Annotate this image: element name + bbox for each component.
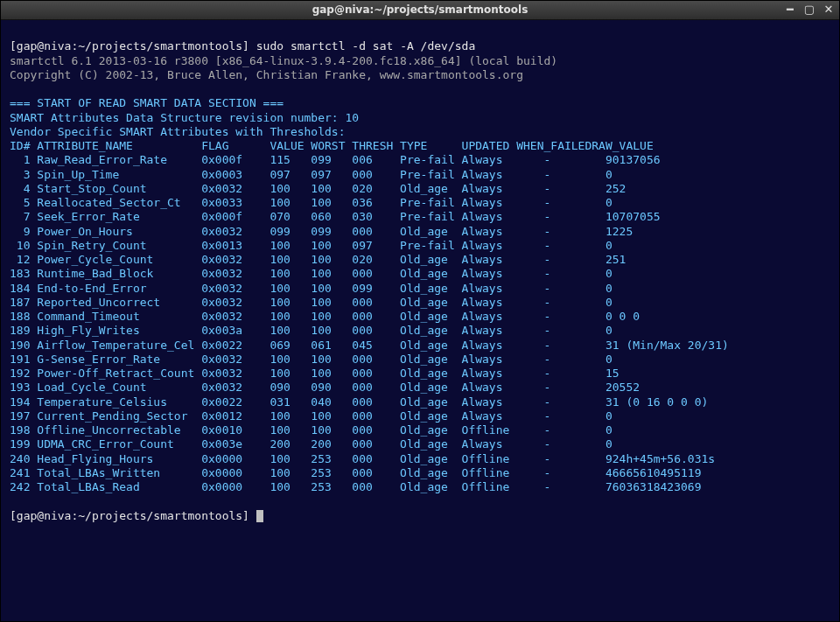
terminal-window: gap@niva:~/projects/smartmontools ━ ▢ ✕ …: [0, 0, 840, 622]
table-row: 194 Temperature_Celsius 0x0022 031 040 0…: [10, 395, 708, 409]
table-row: 3 Spin_Up_Time 0x0003 097 097 000 Pre-fa…: [10, 168, 612, 181]
table-row: 191 G-Sense_Error_Rate 0x0032 100 100 00…: [10, 353, 612, 366]
table-row: 241 Total_LBAs_Written 0x0000 100 253 00…: [10, 466, 702, 479]
shell-prompt-2: [gap@niva:~/projects/smartmontools]: [10, 509, 249, 522]
cursor-block: [256, 510, 263, 522]
table-row: 197 Current_Pending_Sector 0x0012 100 10…: [10, 409, 612, 423]
vendor-line: Vendor Specific SMART Attributes with Th…: [10, 125, 346, 138]
shell-prompt: [gap@niva:~/projects/smartmontools]: [10, 39, 249, 52]
table-row: 199 UDMA_CRC_Error_Count 0x003e 200 200 …: [10, 437, 612, 451]
table-row: 10 Spin_Retry_Count 0x0013 100 100 097 P…: [10, 239, 612, 252]
close-icon[interactable]: ✕: [822, 3, 836, 17]
table-row: 187 Reported_Uncorrect 0x0032 100 100 00…: [10, 296, 612, 309]
table-row: 193 Load_Cycle_Count 0x0032 090 090 000 …: [10, 381, 640, 394]
copyright-line: Copyright (C) 2002-13, Bruce Allen, Chri…: [10, 68, 523, 81]
terminal-output[interactable]: [gap@niva:~/projects/smartmontools] sudo…: [1, 20, 839, 621]
version-line: smartctl 6.1 2013-03-16 r3800 [x86_64-li…: [10, 54, 557, 67]
command-line: sudo smartctl -d sat -A /dev/sda: [256, 39, 475, 52]
table-row: 183 Runtime_Bad_Block 0x0032 100 100 000…: [10, 267, 612, 280]
table-row: 9 Power_On_Hours 0x0032 099 099 000 Old_…: [10, 225, 633, 238]
table-row: 190 Airflow_Temperature_Cel 0x0022 069 0…: [10, 339, 729, 352]
minimize-icon[interactable]: ━: [783, 3, 797, 17]
table-row: 184 End-to-End_Error 0x0032 100 100 099 …: [10, 282, 612, 295]
section-header: === START OF READ SMART DATA SECTION ===: [10, 96, 284, 109]
table-row: 7 Seek_Error_Rate 0x000f 070 060 030 Pre…: [10, 210, 661, 223]
window-title: gap@niva:~/projects/smartmontools: [312, 3, 528, 17]
revision-line: SMART Attributes Data Structure revision…: [10, 111, 359, 124]
table-row: 4 Start_Stop_Count 0x0032 100 100 020 Ol…: [10, 182, 626, 195]
maximize-icon[interactable]: ▢: [802, 3, 816, 17]
table-row: 1 Raw_Read_Error_Rate 0x000f 115 099 006…: [10, 153, 661, 166]
table-row: 12 Power_Cycle_Count 0x0032 100 100 020 …: [10, 253, 626, 266]
table-row: 192 Power-Off_Retract_Count 0x0032 100 1…: [10, 367, 620, 380]
table-row: 5 Reallocated_Sector_Ct 0x0033 100 100 0…: [10, 196, 612, 209]
attributes-table-body: 1 Raw_Read_Error_Rate 0x000f 115 099 006…: [10, 153, 729, 493]
table-row: 240 Head_Flying_Hours 0x0000 100 253 000…: [10, 452, 715, 465]
table-row: 188 Command_Timeout 0x0032 100 100 000 O…: [10, 310, 640, 323]
column-header-row: ID# ATTRIBUTE_NAME FLAG VALUE WORST THRE…: [10, 139, 654, 152]
window-titlebar[interactable]: gap@niva:~/projects/smartmontools ━ ▢ ✕: [1, 1, 839, 20]
table-row: 198 Offline_Uncorrectable 0x0010 100 100…: [10, 423, 612, 437]
window-controls: ━ ▢ ✕: [783, 3, 836, 17]
table-row: 189 High_Fly_Writes 0x003a 100 100 000 O…: [10, 324, 612, 337]
table-row: 242 Total_LBAs_Read 0x0000 100 253 000 O…: [10, 480, 702, 493]
